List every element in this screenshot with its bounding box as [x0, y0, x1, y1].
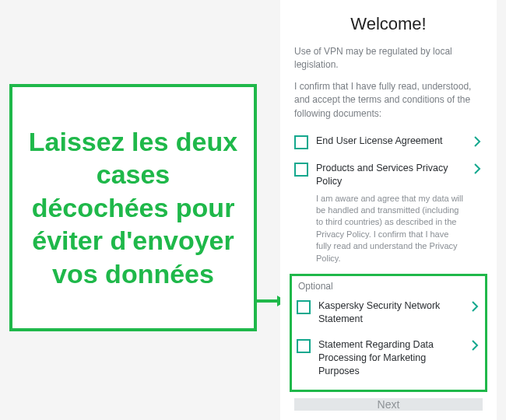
consent-main: Statement Regarding Data Processing for … — [318, 338, 462, 378]
checkbox-marketing[interactable] — [297, 339, 311, 353]
consent-main: End User License Agreement — [316, 135, 464, 148]
consent-row-ksn: Kaspersky Security Network Statement — [297, 293, 480, 332]
next-button[interactable]: Next — [294, 398, 483, 411]
checkbox-eula[interactable] — [294, 135, 308, 149]
annotation-callout: Laissez les deux cases décochées pour év… — [9, 84, 257, 331]
page-title: Welcome! — [294, 14, 483, 34]
chevron-right-icon[interactable] — [469, 299, 480, 313]
consent-row-marketing: Statement Regarding Data Processing for … — [297, 332, 480, 384]
consent-row-privacy: Products and Services Privacy Policy I a… — [294, 156, 483, 271]
optional-section: Optional Kaspersky Security Network Stat… — [290, 274, 487, 392]
intro-legislation: Use of VPN may be regulated by local leg… — [294, 45, 483, 72]
consent-label: Products and Services Privacy Policy — [316, 162, 464, 188]
checkbox-ksn[interactable] — [297, 300, 311, 314]
consent-label: Statement Regarding Data Processing for … — [318, 338, 462, 378]
optional-heading: Optional — [297, 281, 480, 292]
checkbox-privacy[interactable] — [294, 163, 308, 177]
consent-row-eula: End User License Agreement — [294, 128, 483, 156]
consent-main: Products and Services Privacy Policy I a… — [316, 162, 464, 264]
chevron-right-icon[interactable] — [472, 135, 483, 149]
consent-main: Kaspersky Security Network Statement — [318, 299, 462, 326]
annotation-text: Laissez les deux cases décochées pour év… — [28, 125, 238, 291]
consent-label: End User License Agreement — [316, 135, 464, 148]
intro-confirm: I confirm that I have fully read, unders… — [294, 80, 483, 121]
chevron-right-icon[interactable] — [472, 162, 483, 176]
consent-description: I am aware and agree that my data will b… — [316, 193, 464, 264]
chevron-right-icon[interactable] — [469, 338, 480, 352]
consent-label: Kaspersky Security Network Statement — [318, 299, 462, 326]
app-screen: Welcome! Use of VPN may be regulated by … — [280, 0, 497, 420]
